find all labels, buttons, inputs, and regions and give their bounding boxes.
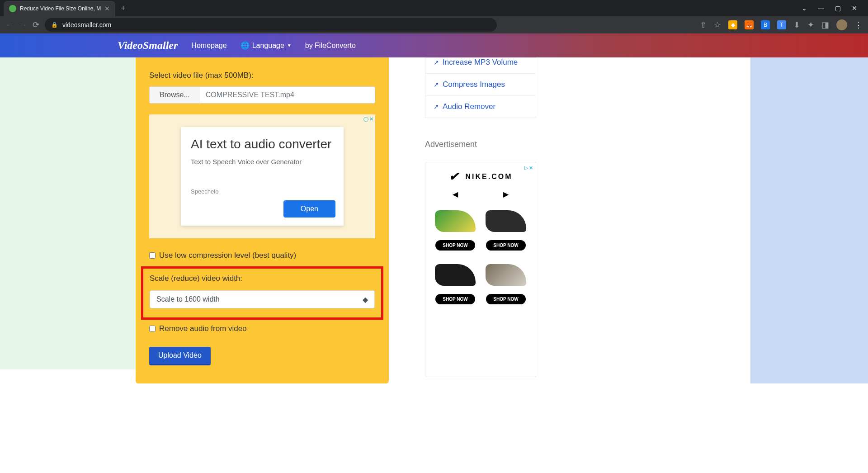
file-input-row: Browse... COMPRESSIVE TEST.mp4: [149, 86, 375, 104]
remove-audio-row[interactable]: Remove audio from video: [149, 324, 375, 333]
page-viewport[interactable]: VideoSmaller Homepage 🌐 Language ▼ by Fi…: [0, 33, 868, 473]
upload-card: Select video file (max 500MB): Browse...…: [136, 57, 389, 383]
browse-button[interactable]: Browse...: [150, 87, 200, 103]
tab-title: Reduce Video File Size Online, M: [20, 5, 101, 12]
browser-toolbar: ← → ⟳ 🔒 videosmaller.com ⇧ ☆ ◆ 🦊 B T ⬇ ✦…: [0, 16, 868, 33]
share-icon[interactable]: ⇧: [700, 20, 707, 30]
extension-icon[interactable]: B: [761, 20, 770, 29]
address-bar[interactable]: 🔒 videosmaller.com: [45, 18, 497, 32]
browser-tab[interactable]: Reduce Video File Size Online, M ✕: [4, 1, 115, 16]
tab-favicon-icon: [9, 5, 16, 12]
bookmark-icon[interactable]: ☆: [714, 20, 721, 30]
sidebar-link-compress[interactable]: ↗ Compress Images: [425, 74, 536, 96]
external-link-icon: ↗: [434, 103, 439, 110]
shoe-image[interactable]: [486, 210, 526, 232]
nav-language-label: Language: [252, 42, 284, 50]
maximize-icon[interactable]: ▢: [835, 5, 841, 12]
scale-select[interactable]: Scale to 1600 width ◆: [150, 290, 375, 308]
extension-icon[interactable]: ◆: [728, 20, 737, 29]
sidebar-link-mp3[interactable]: ↗ Increase MP3 Volume: [425, 57, 536, 74]
nav-language[interactable]: 🌐 Language ▼: [241, 41, 292, 50]
form-column: Select video file (max 500MB): Browse...…: [136, 57, 389, 383]
site-navbar: VideoSmaller Homepage 🌐 Language ▼ by Fi…: [0, 33, 868, 57]
next-arrow-icon[interactable]: ▶: [503, 190, 509, 199]
remove-audio-label: Remove audio from video: [159, 324, 247, 333]
back-button[interactable]: ←: [5, 20, 14, 30]
upload-button[interactable]: Upload Video: [149, 347, 211, 365]
shop-now-button[interactable]: SHOP NOW: [435, 294, 475, 304]
shoe-row: [430, 264, 531, 286]
ad-badge-icon[interactable]: ▷✕: [524, 165, 533, 171]
ad-brand: Speechelo: [191, 188, 334, 195]
shoe-image[interactable]: [435, 264, 476, 286]
toolbar-icons: ⇧ ☆ ◆ 🦊 B T ⬇ ✦ ◨ ⋮: [700, 19, 863, 30]
ad-card: AI text to audio converter Text to Speec…: [181, 127, 344, 226]
ad-title: AI text to audio converter: [191, 137, 334, 151]
ad-open-button[interactable]: Open: [283, 200, 335, 218]
inline-ad[interactable]: ⓘ✕ AI text to audio converter Text to Sp…: [149, 114, 375, 238]
menu-icon[interactable]: ⋮: [854, 20, 863, 30]
low-compression-row[interactable]: Use low compression level (best quality): [149, 251, 375, 260]
external-link-icon: ↗: [434, 81, 439, 88]
brand-logo[interactable]: VideoSmaller: [118, 39, 178, 52]
reload-button[interactable]: ⟳: [33, 20, 39, 30]
highlighted-scale-section: Scale (reduce) video width: Scale to 160…: [141, 266, 383, 320]
new-tab-button[interactable]: +: [121, 4, 126, 13]
chevron-down-icon[interactable]: ⌄: [802, 5, 807, 12]
scale-select-value: Scale to 1600 width: [156, 295, 220, 303]
language-icon: 🌐: [241, 41, 250, 50]
prev-arrow-icon[interactable]: ◀: [453, 190, 458, 199]
external-link-icon: ↗: [434, 59, 439, 66]
shoe-row: [430, 210, 531, 232]
tab-bar: Reduce Video File Size Online, M ✕ + ⌄ ―…: [0, 0, 868, 16]
nike-logo: ✔ NIKE.COM: [430, 170, 531, 184]
ad-badge-icon[interactable]: ⓘ✕: [363, 116, 373, 123]
scale-label: Scale (reduce) video width:: [150, 274, 375, 283]
shop-now-button[interactable]: SHOP NOW: [486, 240, 525, 251]
select-file-label: Select video file (max 500MB):: [149, 71, 375, 80]
extension-icon[interactable]: T: [777, 20, 786, 29]
sidebar-column: ↗ Increase MP3 Volume ↗ Compress Images …: [425, 57, 536, 383]
nike-domain: NIKE.COM: [466, 173, 513, 181]
forward-button[interactable]: →: [19, 20, 27, 30]
shoe-image[interactable]: [486, 264, 526, 286]
shop-row: SHOP NOW SHOP NOW: [430, 294, 531, 304]
selected-filename: COMPRESSIVE TEST.mp4: [200, 87, 375, 103]
side-panel-icon[interactable]: ◨: [821, 20, 829, 30]
url-text: videosmaller.com: [62, 21, 111, 28]
select-caret-icon: ◆: [363, 295, 368, 304]
sidebar-link-audio[interactable]: ↗ Audio Remover: [425, 96, 536, 118]
window-controls: ⌄ ― ▢ ✕: [802, 5, 864, 12]
extensions-icon[interactable]: ✦: [807, 20, 814, 30]
extension-icon[interactable]: 🦊: [745, 20, 754, 29]
sidebar-link-label: Increase MP3 Volume: [443, 58, 518, 67]
close-window-icon[interactable]: ✕: [852, 5, 857, 12]
downloads-icon[interactable]: ⬇: [793, 20, 800, 30]
shop-now-button[interactable]: SHOP NOW: [435, 240, 475, 251]
right-gutter: [750, 57, 868, 383]
shop-row: SHOP NOW SHOP NOW: [430, 240, 531, 251]
left-gutter: [0, 57, 136, 369]
carousel-arrows: ◀ ▶: [430, 190, 531, 199]
tab-close-icon[interactable]: ✕: [104, 5, 110, 12]
nav-fileconverto[interactable]: by FileConverto: [305, 42, 356, 50]
advertisement-label: Advertisement: [425, 140, 536, 149]
low-compression-checkbox[interactable]: [149, 252, 156, 259]
lock-icon: 🔒: [51, 22, 58, 28]
remove-audio-checkbox[interactable]: [149, 326, 156, 332]
page-body: Select video file (max 500MB): Browse...…: [0, 57, 868, 383]
shoe-image[interactable]: [435, 210, 476, 232]
ad-subtitle: Text to Speech Voice over Generator: [191, 158, 334, 166]
browser-chrome: Reduce Video File Size Online, M ✕ + ⌄ ―…: [0, 0, 868, 33]
minimize-icon[interactable]: ―: [818, 5, 824, 12]
nike-ad[interactable]: ▷✕ ✔ NIKE.COM ◀ ▶ SHOP NOW: [425, 162, 536, 377]
shop-now-button[interactable]: SHOP NOW: [486, 294, 525, 304]
profile-avatar[interactable]: [836, 19, 847, 30]
sidebar-link-label: Audio Remover: [443, 102, 495, 111]
chevron-down-icon: ▼: [287, 43, 292, 48]
sidebar-link-label: Compress Images: [443, 80, 505, 89]
main-content: Select video file (max 500MB): Browse...…: [136, 57, 750, 383]
swoosh-icon: ✔: [449, 170, 460, 184]
nav-homepage[interactable]: Homepage: [191, 42, 226, 50]
low-compression-label: Use low compression level (best quality): [159, 251, 296, 260]
